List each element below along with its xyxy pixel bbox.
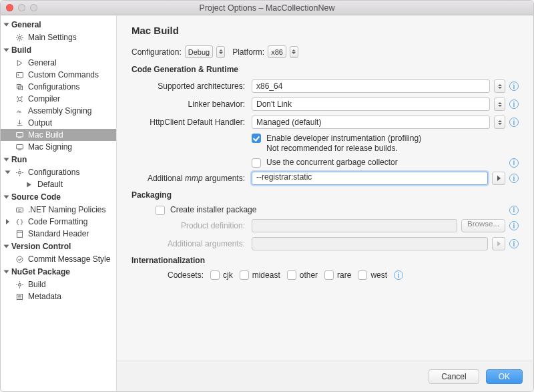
create-installer-checkbox[interactable] <box>156 206 165 215</box>
window-title: Project Options – MacCollectionNew <box>1 3 533 13</box>
sidebar-item-nuget-metadata[interactable]: Metadata <box>1 290 116 303</box>
updown-icon[interactable] <box>494 97 505 111</box>
info-icon[interactable]: i <box>509 158 519 168</box>
info-icon[interactable]: i <box>509 206 519 215</box>
content-pane: Mac Build Configuration: Debug Platform:… <box>117 15 533 391</box>
dialog-footer: Cancel OK <box>117 361 533 391</box>
linker-select[interactable]: Don't Link <box>252 97 490 111</box>
sidebar-item-run-configurations[interactable]: Configurations <box>1 166 116 178</box>
config-platform-row: Configuration: Debug Platform: x86 <box>131 45 519 58</box>
sidebar-section-run[interactable]: Run <box>1 153 116 166</box>
svg-point-0 <box>19 36 21 39</box>
sidebar-section-nuget[interactable]: NuGet Package <box>1 265 116 278</box>
play-outline-icon <box>15 59 24 67</box>
sidebar-item-label: Metadata <box>28 292 61 301</box>
sidebar-item-mac-build[interactable]: Mac Build <box>1 129 116 141</box>
svg-marker-27 <box>27 182 31 187</box>
sidebar-item-assembly-signing[interactable]: Assembly Signing <box>1 105 116 117</box>
updown-icon[interactable] <box>290 46 298 58</box>
sidebar-item-label: Output <box>28 118 52 128</box>
codeset-label: cjk <box>223 270 233 280</box>
svg-line-6 <box>21 39 22 40</box>
svg-point-15 <box>21 96 23 97</box>
sidebar-item-output[interactable]: Output <box>1 117 116 129</box>
sidebar-item-label: Configurations <box>28 168 79 177</box>
sidebar-item-code-formatting[interactable]: Code Formatting <box>1 216 116 228</box>
svg-line-8 <box>17 39 18 40</box>
codeset-label: west <box>370 270 387 280</box>
sidebar-item-mac-signing[interactable]: Mac Signing <box>1 141 116 153</box>
info-icon[interactable]: i <box>509 81 519 91</box>
arch-select[interactable]: x86_64 <box>252 79 490 93</box>
sidebar-item-nuget-build[interactable]: Build <box>1 278 116 290</box>
close-window-icon[interactable] <box>6 4 13 11</box>
codeset-west-checkbox[interactable] <box>358 270 367 280</box>
mmp-label: Additional mmp arguments: <box>141 174 252 183</box>
packaging-section-title: Packaging <box>131 190 519 200</box>
arch-label: Supported architectures: <box>141 81 252 91</box>
zoom-window-icon[interactable] <box>30 4 37 11</box>
info-icon[interactable]: i <box>509 100 519 109</box>
mmp-arguments-input[interactable]: --registrar:static <box>252 172 488 185</box>
svg-line-7 <box>21 35 22 35</box>
sidebar-item-label: General <box>28 58 57 67</box>
info-icon[interactable]: i <box>509 239 519 248</box>
gear-icon <box>15 280 24 289</box>
play-button[interactable] <box>492 172 505 185</box>
sidebar-item-commit-style[interactable]: Commit Message Style <box>1 253 116 265</box>
platform-select[interactable]: x86 <box>268 45 286 58</box>
addargs-input <box>252 237 488 250</box>
updown-icon[interactable] <box>494 116 505 129</box>
browse-button[interactable]: Browse... <box>461 219 505 232</box>
productdef-label: Product definition: <box>141 221 252 230</box>
svg-line-5 <box>17 35 18 35</box>
codeset-cjk-checkbox[interactable] <box>210 270 220 280</box>
profiling-checkbox[interactable] <box>252 134 261 143</box>
cancel-button[interactable]: Cancel <box>429 369 479 384</box>
platform-label: Platform: <box>232 47 264 57</box>
httpclient-select[interactable]: Managed (default) <box>252 116 490 129</box>
sidebar-item-label: Main Settings <box>28 33 77 42</box>
svg-point-32 <box>17 256 23 262</box>
codeset-other-checkbox[interactable] <box>287 270 296 280</box>
sidebar-item-main-settings[interactable]: Main Settings <box>1 31 116 43</box>
sidebar: General Main Settings Build General Cust… <box>1 15 117 391</box>
traffic-lights <box>6 4 37 11</box>
minimize-window-icon[interactable] <box>18 4 25 11</box>
sidebar-item-custom-commands[interactable]: Custom Commands <box>1 69 116 81</box>
gear-icon <box>15 168 24 177</box>
play-icon <box>25 180 33 189</box>
sidebar-item-run-default[interactable]: Default <box>1 178 116 190</box>
stack-icon <box>15 83 24 91</box>
info-icon[interactable]: i <box>509 118 519 127</box>
svg-rect-20 <box>17 144 23 149</box>
configuration-select[interactable]: Debug <box>185 45 213 58</box>
sidebar-section-general[interactable]: General <box>1 18 116 31</box>
codegen-section-title: Code Generation & Runtime <box>131 65 519 74</box>
sidebar-item-compiler[interactable]: Compiler <box>1 93 116 105</box>
sidebar-item-standard-header[interactable]: Standard Header <box>1 228 116 240</box>
info-icon[interactable]: i <box>509 174 519 183</box>
svg-point-33 <box>19 283 21 286</box>
codeset-rare-checkbox[interactable] <box>324 270 334 280</box>
sidebar-item-label: Standard Header <box>28 229 89 238</box>
info-icon[interactable]: i <box>509 221 519 230</box>
info-icon[interactable]: i <box>394 270 403 280</box>
sidebar-item-configurations[interactable]: Configurations <box>1 81 116 93</box>
sidebar-section-build[interactable]: Build <box>1 43 116 57</box>
sidebar-item-naming-policies[interactable]: ID.NET Naming Policies <box>1 204 116 216</box>
sidebar-section-source-code[interactable]: Source Code <box>1 190 116 204</box>
sidebar-item-label: Configurations <box>28 82 79 91</box>
svg-point-17 <box>21 100 23 102</box>
sidebar-section-version-control[interactable]: Version Control <box>1 240 116 253</box>
play-button-disabled <box>492 237 505 250</box>
codeset-mideast-checkbox[interactable] <box>240 270 249 280</box>
sidebar-item-build-general[interactable]: General <box>1 57 116 69</box>
gc-checkbox[interactable] <box>252 158 261 168</box>
profiling-label: Enable developer instrumentation (profil… <box>266 134 421 154</box>
sidebar-item-label: Compiler <box>28 94 60 104</box>
signature-icon <box>15 107 24 116</box>
ok-button[interactable]: OK <box>486 369 523 384</box>
updown-icon[interactable] <box>216 46 225 58</box>
updown-icon[interactable] <box>494 79 505 93</box>
